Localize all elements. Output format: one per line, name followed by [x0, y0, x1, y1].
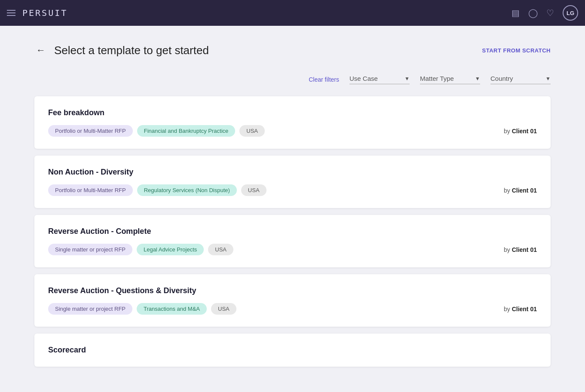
- template-card-title: Fee breakdown: [48, 108, 537, 117]
- country-chevron-icon: ▼: [545, 76, 551, 82]
- scorecard-card[interactable]: Scorecard: [34, 334, 551, 367]
- template-card-tags: Portfolio or Multi-Matter RFPFinancial a…: [48, 125, 265, 137]
- template-card-footer: Single matter or project RFPTransactions…: [48, 303, 537, 315]
- tag-purple: Portfolio or Multi-Matter RFP: [48, 125, 133, 137]
- use-case-chevron-icon: ▼: [404, 76, 410, 82]
- template-card-author: by Client 01: [504, 187, 537, 194]
- header-right: ▤ ◯ ♡ LG: [511, 5, 578, 21]
- tag-gray: USA: [211, 303, 236, 315]
- notification-icon[interactable]: ♡: [546, 8, 554, 18]
- header-left: PERSUIT: [7, 8, 67, 18]
- app-header: PERSUIT ▤ ◯ ♡ LG: [0, 0, 585, 26]
- country-filter[interactable]: Country ▼: [490, 75, 551, 84]
- scorecard-title: Scorecard: [48, 346, 537, 355]
- clear-filters-button[interactable]: Clear filters: [309, 76, 339, 83]
- tag-teal: Legal Advice Projects: [137, 244, 204, 255]
- template-card[interactable]: Non Auction - DiversityPortfolio or Mult…: [34, 156, 551, 208]
- template-card-footer: Portfolio or Multi-Matter RFPRegulatory …: [48, 184, 537, 196]
- start-from-scratch-button[interactable]: START FROM SCRATCH: [482, 47, 551, 54]
- use-case-label: Use Case: [349, 75, 378, 82]
- template-card-footer: Single matter or project RFPLegal Advice…: [48, 244, 537, 255]
- matter-type-chevron-icon: ▼: [475, 76, 480, 82]
- page-title-left: ← Select a template to get started: [34, 43, 209, 58]
- use-case-filter[interactable]: Use Case ▼: [349, 75, 410, 84]
- matter-type-filter[interactable]: Matter Type ▼: [420, 75, 480, 84]
- filters-row: Clear filters Use Case ▼ Matter Type ▼ C…: [34, 75, 551, 84]
- main-content: ← Select a template to get started START…: [0, 26, 585, 384]
- template-card-title: Reverse Auction - Questions & Diversity: [48, 286, 537, 295]
- tag-teal: Regulatory Services (Non Dispute): [137, 184, 237, 196]
- page-title: Select a template to get started: [54, 44, 209, 57]
- app-logo: PERSUIT: [22, 8, 67, 18]
- tag-gray: USA: [239, 125, 265, 137]
- template-card[interactable]: Reverse Auction - CompleteSingle matter …: [34, 215, 551, 267]
- tag-purple: Portfolio or Multi-Matter RFP: [48, 184, 133, 196]
- template-card-author: by Client 01: [504, 128, 537, 135]
- avatar[interactable]: LG: [563, 5, 578, 21]
- tag-gray: USA: [208, 244, 233, 255]
- template-card-author: by Client 01: [504, 246, 537, 253]
- template-card-footer: Portfolio or Multi-Matter RFPFinancial a…: [48, 125, 537, 137]
- template-card-title: Reverse Auction - Complete: [48, 227, 537, 236]
- help-icon[interactable]: ◯: [528, 8, 538, 18]
- back-button[interactable]: ←: [34, 43, 47, 58]
- country-label: Country: [490, 75, 513, 82]
- chat-icon[interactable]: ▤: [511, 8, 520, 18]
- template-card[interactable]: Fee breakdownPortfolio or Multi-Matter R…: [34, 96, 551, 149]
- template-card-title: Non Auction - Diversity: [48, 168, 537, 177]
- template-card[interactable]: Reverse Auction - Questions & DiversityS…: [34, 274, 551, 327]
- tag-teal: Financial and Bankruptcy Practice: [137, 125, 236, 137]
- template-card-author: by Client 01: [504, 306, 537, 312]
- matter-type-label: Matter Type: [420, 75, 454, 82]
- tag-purple: Single matter or project RFP: [48, 244, 132, 255]
- template-card-tags: Portfolio or Multi-Matter RFPRegulatory …: [48, 184, 266, 196]
- tag-gray: USA: [241, 184, 266, 196]
- template-card-tags: Single matter or project RFPTransactions…: [48, 303, 236, 315]
- tag-teal: Transactions and M&A: [137, 303, 207, 315]
- template-cards-list: Fee breakdownPortfolio or Multi-Matter R…: [34, 96, 551, 327]
- tag-purple: Single matter or project RFP: [48, 303, 132, 315]
- template-card-tags: Single matter or project RFPLegal Advice…: [48, 244, 233, 255]
- page-title-row: ← Select a template to get started START…: [34, 43, 551, 58]
- hamburger-menu[interactable]: [7, 10, 15, 16]
